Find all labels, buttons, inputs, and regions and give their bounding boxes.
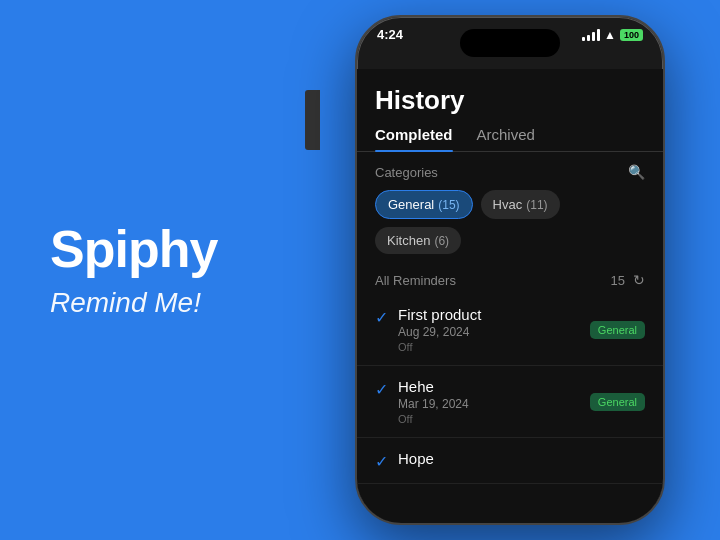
wifi-icon: ▲: [604, 28, 616, 42]
tab-completed[interactable]: Completed: [375, 126, 453, 151]
refresh-icon[interactable]: ↻: [633, 272, 645, 288]
reminder-info: Hope: [398, 450, 645, 469]
battery-badge: 100: [620, 29, 643, 41]
category-pills: General (15) Hvac (11) Kitchen (6): [375, 190, 645, 254]
check-icon: ✓: [375, 308, 388, 327]
reminder-name: Hehe: [398, 378, 590, 395]
tabs-container: Completed Archived: [357, 126, 663, 152]
categories-section: Categories 🔍 General (15) Hvac (11) Kitc…: [357, 152, 663, 262]
check-icon: ✓: [375, 452, 388, 471]
app-title: Spiphy: [50, 221, 320, 278]
reminder-tag: General: [590, 321, 645, 339]
reminders-count-area: 15 ↻: [611, 272, 645, 288]
search-icon[interactable]: 🔍: [628, 164, 645, 180]
reminder-info: Hehe Mar 19, 2024 Off: [398, 378, 590, 425]
reminder-date: Aug 29, 2024: [398, 325, 590, 339]
phone-side-button: [305, 90, 320, 150]
category-kitchen[interactable]: Kitchen (6): [375, 227, 461, 254]
category-hvac[interactable]: Hvac (11): [481, 190, 560, 219]
app-content: History Completed Archived Categories 🔍: [357, 69, 663, 523]
category-general[interactable]: General (15): [375, 190, 473, 219]
check-icon: ✓: [375, 380, 388, 399]
reminder-item[interactable]: ✓ Hope: [357, 438, 663, 484]
reminder-name: First product: [398, 306, 590, 323]
phone-wrapper: 4:24 ▲ 100 History Completed: [320, 10, 700, 530]
reminder-name: Hope: [398, 450, 645, 467]
reminder-info: First product Aug 29, 2024 Off: [398, 306, 590, 353]
reminders-count: 15: [611, 273, 625, 288]
status-icons: ▲ 100: [582, 28, 643, 42]
reminder-tag: General: [590, 393, 645, 411]
reminder-date: Mar 19, 2024: [398, 397, 590, 411]
signal-bars-icon: [582, 29, 600, 41]
phone-frame: 4:24 ▲ 100 History Completed: [355, 15, 665, 525]
status-time: 4:24: [377, 27, 403, 42]
reminders-header: All Reminders 15 ↻: [357, 262, 663, 294]
categories-label: Categories: [375, 165, 438, 180]
reminder-item[interactable]: ✓ Hehe Mar 19, 2024 Off General: [357, 366, 663, 438]
dynamic-island: [460, 29, 560, 57]
app-subtitle: Remind Me!: [50, 287, 320, 319]
reminder-item[interactable]: ✓ First product Aug 29, 2024 Off General: [357, 294, 663, 366]
categories-header: Categories 🔍: [375, 164, 645, 180]
reminder-status: Off: [398, 341, 590, 353]
tab-archived[interactable]: Archived: [477, 126, 535, 151]
reminder-status: Off: [398, 413, 590, 425]
reminders-label: All Reminders: [375, 273, 456, 288]
left-section: Spiphy Remind Me!: [0, 221, 320, 318]
screen-title: History: [357, 69, 663, 126]
